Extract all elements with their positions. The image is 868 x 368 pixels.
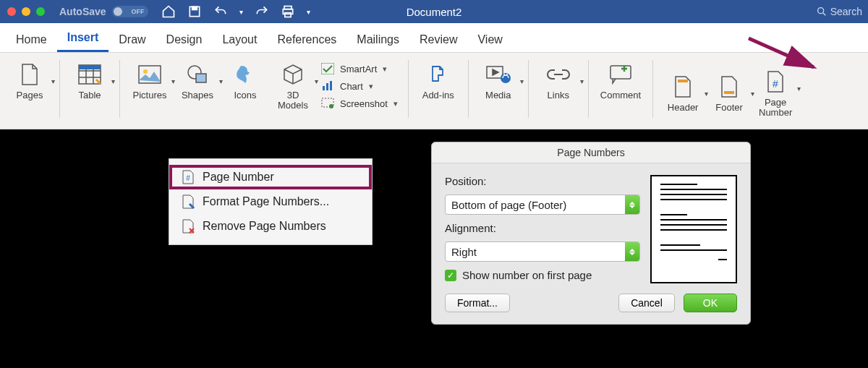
chevron-down-icon: ▾ [393, 99, 398, 108]
3d-models-button[interactable]: 3D Models▾ [271, 59, 315, 114]
format-button[interactable]: Format... [445, 294, 510, 312]
checkbox-checked-icon: ✓ [445, 270, 456, 281]
table-button[interactable]: Table▾ [67, 59, 112, 103]
search-box[interactable]: Search [816, 6, 862, 17]
autosave-label: AutoSave [59, 6, 106, 17]
autosave-toggle[interactable]: AutoSave OFF [59, 6, 148, 17]
screenshot-button[interactable]: Screenshot▾ [318, 96, 401, 111]
chart-icon [321, 80, 334, 92]
first-page-checkbox[interactable]: ✓ Show number on first page [445, 269, 640, 281]
undo-chevron-icon[interactable]: ▾ [239, 8, 243, 16]
tab-draw[interactable]: Draw [109, 27, 156, 52]
svg-rect-15 [330, 81, 332, 90]
ok-button[interactable]: OK [684, 294, 737, 312]
tab-layout[interactable]: Layout [212, 27, 267, 52]
position-label: Position: [445, 175, 640, 187]
tab-insert[interactable]: Insert [57, 25, 109, 52]
comment-button[interactable]: Comment [596, 59, 645, 103]
chevron-down-icon: ▾ [520, 77, 524, 85]
pictures-button[interactable]: Pictures▾ [127, 59, 172, 103]
position-select[interactable]: Bottom of page (Footer) [445, 194, 640, 215]
print-icon[interactable] [281, 4, 295, 19]
chart-button[interactable]: Chart▾ [318, 79, 401, 93]
select-stepper-icon [625, 195, 639, 214]
tab-view[interactable]: View [467, 27, 512, 52]
header-button[interactable]: Header▾ [660, 71, 705, 116]
smartart-icon [321, 63, 334, 74]
svg-text:#: # [186, 174, 190, 182]
svg-rect-22 [724, 91, 734, 94]
document-title: Document2 [407, 6, 462, 18]
screenshot-icon [321, 98, 334, 109]
dialog-title: Page Numbers [432, 142, 750, 163]
svg-rect-1 [192, 7, 197, 9]
close-window-icon[interactable] [7, 7, 16, 16]
remove-page-numbers-icon [181, 218, 195, 234]
svg-rect-21 [678, 80, 688, 82]
svg-rect-12 [321, 63, 334, 74]
svg-point-9 [143, 69, 148, 74]
chevron-down-icon: ▾ [369, 82, 373, 91]
alignment-select[interactable]: Right [445, 241, 640, 262]
page-number-button[interactable]: # Page Number▾ [753, 66, 798, 121]
shapes-button[interactable]: Shapes▾ [175, 59, 220, 103]
chevron-down-icon: ▾ [111, 77, 115, 85]
addins-button[interactable]: Add-ins [416, 59, 461, 103]
smartart-button[interactable]: SmartArt▾ [318, 61, 401, 76]
chevron-down-icon: ▾ [797, 85, 801, 93]
qat-customize-icon[interactable]: ▾ [307, 8, 310, 16]
minimize-window-icon[interactable] [22, 7, 30, 16]
ribbon-tabs: Home Insert Draw Design Layout Reference… [0, 23, 868, 53]
tab-design[interactable]: Design [156, 27, 213, 52]
page-number-menu: # Page Number Format Page Numbers... Rem… [169, 159, 372, 244]
page-number-icon: # [181, 169, 195, 185]
svg-rect-20 [610, 66, 631, 79]
menu-item-format-page-numbers[interactable]: Format Page Numbers... [169, 189, 372, 214]
tab-home[interactable]: Home [6, 27, 57, 52]
home-icon[interactable] [161, 4, 176, 19]
select-stepper-icon [625, 242, 639, 261]
alignment-label: Alignment: [445, 222, 640, 234]
tab-mailings[interactable]: Mailings [346, 27, 409, 52]
menu-item-remove-page-numbers[interactable]: Remove Page Numbers [169, 214, 372, 239]
redo-icon[interactable] [255, 4, 269, 19]
format-page-numbers-icon [181, 194, 195, 210]
cancel-button[interactable]: Cancel [618, 294, 675, 312]
tab-references[interactable]: References [267, 27, 346, 52]
svg-point-19 [501, 73, 511, 83]
footer-button[interactable]: Footer▾ [707, 71, 752, 116]
autosave-switch[interactable]: OFF [112, 6, 148, 17]
quick-access-toolbar: ▾ ▾ [161, 4, 310, 19]
page-preview [650, 175, 737, 283]
tab-review[interactable]: Review [409, 27, 467, 52]
undo-icon[interactable] [213, 4, 228, 19]
icons-button[interactable]: Icons [223, 59, 268, 103]
zoom-window-icon[interactable] [36, 7, 45, 16]
save-icon[interactable] [187, 4, 202, 19]
menu-item-page-number[interactable]: # Page Number [169, 165, 372, 189]
chevron-down-icon: ▾ [580, 77, 584, 85]
svg-text:#: # [773, 78, 778, 90]
svg-rect-11 [196, 74, 206, 82]
svg-rect-7 [79, 65, 101, 69]
chevron-down-icon: ▾ [315, 77, 318, 85]
window-controls [7, 7, 45, 16]
page-numbers-dialog: Page Numbers Position: Bottom of page (F… [431, 142, 751, 325]
media-button[interactable]: Media▾ [476, 59, 521, 103]
svg-rect-13 [323, 86, 325, 90]
search-icon [816, 6, 827, 17]
titlebar: AutoSave OFF ▾ ▾ Document2 Search [0, 0, 868, 23]
chevron-down-icon: ▾ [383, 64, 387, 74]
chevron-down-icon: ▾ [51, 77, 55, 85]
svg-point-17 [329, 104, 333, 108]
svg-rect-14 [326, 83, 328, 90]
pages-button[interactable]: Pages▾ [7, 59, 52, 103]
ribbon: Pages▾ Table▾ Pictures▾ Shapes▾ Icons 3D… [0, 53, 868, 129]
svg-point-5 [817, 8, 823, 14]
links-button[interactable]: Links▾ [536, 59, 581, 103]
